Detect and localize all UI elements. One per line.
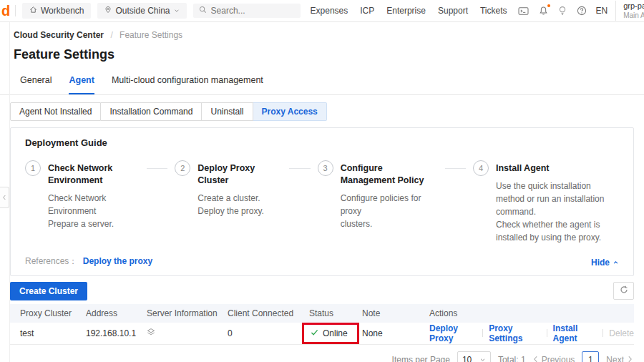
deploy-the-proxy-link[interactable]: Deploy the proxy <box>83 256 152 266</box>
col-actions: Actions <box>429 308 634 318</box>
references: References： Deploy the proxy <box>25 255 152 268</box>
page-size-value: 10 <box>462 355 472 362</box>
step-title: Install Agent <box>496 160 615 175</box>
cluster-toolbar: Create Cluster <box>10 282 634 300</box>
step-title: Check Network Environment <box>48 160 140 187</box>
subtab-installation-command[interactable]: Installation Command <box>101 102 202 121</box>
step-connector <box>445 168 466 169</box>
subtab-agent-not-installed[interactable]: Agent Not Installed <box>10 102 101 121</box>
page-size-select[interactable]: 10 <box>457 351 491 362</box>
tab-general[interactable]: General <box>20 75 52 94</box>
cell-status: Online <box>309 326 362 341</box>
refresh-button[interactable] <box>613 282 634 300</box>
step-number: 4 <box>473 160 489 176</box>
pagination: Items per Page 10 Total: 1 Previous 1 Ne… <box>11 351 633 362</box>
global-search[interactable] <box>193 4 301 18</box>
subtab-uninstall[interactable]: Uninstall <box>202 102 253 121</box>
step-number: 1 <box>25 160 41 176</box>
search-icon <box>199 6 207 16</box>
breadcrumb: Cloud Security Center / Feature Settings <box>0 22 644 40</box>
next-page-button[interactable]: Next <box>606 355 633 362</box>
account-info[interactable]: grp-paase-a. Main Accou <box>615 1 644 21</box>
cell-proxy-cluster: test <box>10 328 86 338</box>
step-connector <box>147 168 167 169</box>
step-description: Use the quick installation method or run… <box>496 180 615 244</box>
chevron-left-icon <box>2 192 6 202</box>
action-divider <box>482 329 483 337</box>
table-row: test 192.168.10.1 0 Online None Deploy P… <box>10 323 634 345</box>
primary-tabs: General Agent Multi-cloud configuration … <box>0 62 644 95</box>
account-name: grp-paase-a. <box>623 1 644 11</box>
alibaba-cloud-logo[interactable]: d <box>0 0 11 22</box>
nav-support[interactable]: Support <box>438 6 468 16</box>
workbench-button[interactable]: Workbench <box>22 3 91 19</box>
chevron-down-icon <box>479 355 486 362</box>
screen: d Workbench Outside China Expenses ICP E… <box>0 0 644 362</box>
servers-layers-icon[interactable] <box>147 328 155 338</box>
deployment-guide-footer: References： Deploy the proxy Hide <box>25 255 619 268</box>
console-terminal-icon[interactable] <box>518 6 529 16</box>
cell-note: None <box>362 328 429 338</box>
sidebar-collapse-handle[interactable] <box>0 187 9 208</box>
cell-address: 192.168.10.1 <box>86 328 147 338</box>
workbench-label: Workbench <box>41 6 84 16</box>
deployment-guide-card: Deployment Guide 1 Check Network Environ… <box>10 127 634 276</box>
chevron-down-icon <box>174 6 180 16</box>
step-connector <box>289 168 310 169</box>
region-selector[interactable]: Outside China <box>97 3 186 19</box>
header-divider <box>15 5 16 16</box>
step-description: Create a cluster. Deploy the proxy. <box>197 192 282 217</box>
step-description: Check Network Environment Prepare a serv… <box>48 192 140 230</box>
notifications-bell-icon[interactable] <box>539 6 548 16</box>
step-number: 3 <box>318 160 333 176</box>
subtab-proxy-access[interactable]: Proxy Access <box>253 102 327 121</box>
content-left-border <box>9 22 10 362</box>
cell-client-connected: 0 <box>228 328 309 338</box>
col-client-connected: Client Connected <box>228 308 309 318</box>
step-install-agent: 4 Install Agent Use the quick installati… <box>473 160 615 244</box>
deploy-proxy-action[interactable]: Deploy Proxy <box>429 323 477 343</box>
lightbulb-icon[interactable] <box>558 6 567 16</box>
references-label: References： <box>25 256 77 266</box>
cell-server-information <box>147 328 228 338</box>
region-label: Outside China <box>115 6 170 16</box>
language-selector[interactable]: EN <box>596 6 608 16</box>
step-description: Configure policies for proxy clusters. <box>341 192 438 230</box>
hide-guide-link[interactable]: Hide <box>591 258 619 268</box>
step-configure-policy: 3 Configure Management Policy Configure … <box>318 160 438 230</box>
home-icon <box>29 6 37 16</box>
tab-agent[interactable]: Agent <box>69 75 94 94</box>
deployment-steps: 1 Check Network Environment Check Networ… <box>25 160 619 244</box>
table-header-row: Proxy Cluster Address Server Information… <box>10 304 634 323</box>
nav-icp[interactable]: ICP <box>360 6 374 16</box>
header-icons <box>518 6 587 16</box>
previous-page-button[interactable]: Previous <box>533 355 575 362</box>
chevron-right-icon <box>628 355 633 362</box>
nav-expenses[interactable]: Expenses <box>311 6 348 16</box>
tab-multicloud[interactable]: Multi-cloud configuration management <box>112 75 263 94</box>
header-nav: Expenses ICP Enterprise Support Tickets <box>311 6 507 16</box>
breadcrumb-current: Feature Settings <box>119 30 182 40</box>
proxy-settings-action[interactable]: Proxy Settings <box>489 323 541 343</box>
page-number-button[interactable]: 1 <box>582 351 599 362</box>
help-icon[interactable] <box>577 6 587 16</box>
action-divider <box>602 329 603 337</box>
col-note: Note <box>362 308 429 318</box>
search-input[interactable] <box>211 6 290 16</box>
breadcrumb-separator: / <box>110 30 112 40</box>
location-pin-icon <box>104 6 112 16</box>
status-highlight-box: Online <box>302 323 359 344</box>
action-divider <box>547 329 547 337</box>
notification-badge <box>547 4 550 7</box>
check-icon <box>311 328 318 338</box>
nav-enterprise[interactable]: Enterprise <box>386 6 426 16</box>
create-cluster-button[interactable]: Create Cluster <box>10 282 87 300</box>
page-title: Feature Settings <box>0 40 644 62</box>
deployment-guide-title: Deployment Guide <box>25 137 619 148</box>
nav-tickets[interactable]: Tickets <box>480 6 507 16</box>
step-deploy-proxy-cluster: 2 Deploy Proxy Cluster Create a cluster.… <box>175 160 282 217</box>
cell-actions: Deploy Proxy Proxy Settings Install Agen… <box>429 323 634 343</box>
breadcrumb-parent[interactable]: Cloud Security Center <box>14 30 104 40</box>
install-agent-action[interactable]: Install Agent <box>553 323 597 343</box>
col-address: Address <box>86 308 147 318</box>
